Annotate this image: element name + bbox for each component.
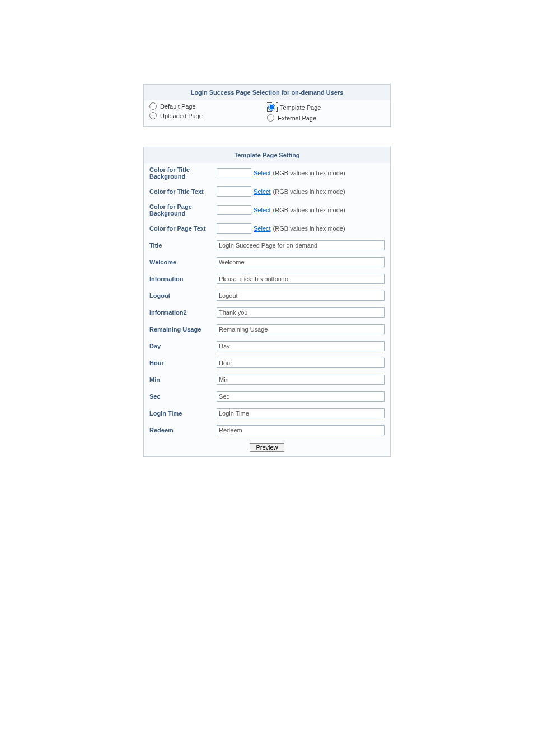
- input-day[interactable]: [217, 341, 385, 351]
- row-welcome: Welcome: [144, 254, 390, 270]
- radio-external-label: External Page: [278, 115, 316, 122]
- input-min[interactable]: [217, 375, 385, 385]
- row-color-title-text: Color for Title Text Select (RGB values …: [144, 183, 390, 200]
- hint-page-text: (RGB values in hex mode): [273, 225, 345, 232]
- swatch-page-bg[interactable]: [217, 205, 251, 215]
- label-login-time: Login Time: [149, 410, 217, 417]
- radio-uploaded-input[interactable]: [149, 112, 157, 119]
- input-login-time[interactable]: [217, 408, 385, 418]
- radio-default-input[interactable]: [149, 102, 157, 110]
- label-logout: Logout: [149, 292, 217, 299]
- input-sec[interactable]: [217, 391, 385, 402]
- select-link-page-bg[interactable]: Select: [254, 207, 271, 213]
- radio-default-label: Default Page: [160, 103, 196, 110]
- select-link-title-bg[interactable]: Select: [254, 170, 271, 176]
- radio-uploaded-page[interactable]: Uploaded Page: [149, 112, 267, 119]
- select-link-title-text[interactable]: Select: [254, 188, 271, 195]
- selection-panel-title: Login Success Page Selection for on-dema…: [144, 85, 390, 100]
- input-remaining-usage[interactable]: [217, 324, 385, 334]
- input-information[interactable]: [217, 274, 385, 284]
- label-sec: Sec: [149, 393, 217, 400]
- input-welcome[interactable]: [217, 257, 385, 267]
- radio-uploaded-label: Uploaded Page: [160, 113, 203, 119]
- row-color-title-bg: Color for Title Background Select (RGB v…: [144, 163, 390, 183]
- row-redeem: Redeem: [144, 422, 390, 438]
- swatch-title-text[interactable]: [217, 186, 251, 197]
- row-sec: Sec: [144, 388, 390, 405]
- input-hour[interactable]: [217, 358, 385, 368]
- row-logout: Logout: [144, 287, 390, 304]
- label-welcome: Welcome: [149, 259, 217, 265]
- input-redeem[interactable]: [217, 425, 385, 435]
- radio-default-page[interactable]: Default Page: [149, 102, 267, 110]
- preview-button[interactable]: Preview: [250, 443, 284, 452]
- radio-template-input[interactable]: [268, 104, 275, 111]
- row-day: Day: [144, 338, 390, 354]
- radio-external-input[interactable]: [267, 114, 274, 122]
- hint-page-bg: (RGB values in hex mode): [273, 207, 345, 213]
- radio-external-page[interactable]: External Page: [267, 114, 385, 122]
- hint-title-text: (RGB values in hex mode): [273, 188, 345, 195]
- select-link-page-text[interactable]: Select: [254, 225, 271, 232]
- row-min: Min: [144, 371, 390, 388]
- row-login-time: Login Time: [144, 405, 390, 422]
- label-color-page-text: Color for Page Text: [149, 225, 217, 232]
- label-color-page-bg: Color for Page Background: [149, 203, 217, 217]
- radio-grid: Default Page Uploaded Page Template Page…: [144, 100, 390, 126]
- row-information2: Information2: [144, 304, 390, 321]
- hint-title-bg: (RGB values in hex mode): [273, 170, 345, 176]
- row-color-page-text: Color for Page Text Select (RGB values i…: [144, 220, 390, 237]
- radio-template-label: Template Page: [280, 104, 321, 111]
- swatch-page-text[interactable]: [217, 223, 251, 234]
- row-information: Information: [144, 270, 390, 287]
- input-title[interactable]: [217, 240, 385, 250]
- label-redeem: Redeem: [149, 427, 217, 433]
- selection-panel: Login Success Page Selection for on-dema…: [143, 84, 391, 127]
- input-logout[interactable]: [217, 291, 385, 301]
- label-hour: Hour: [149, 360, 217, 366]
- row-remaining-usage: Remaining Usage: [144, 321, 390, 338]
- label-title: Title: [149, 242, 217, 249]
- radio-template-page[interactable]: Template Page: [267, 102, 385, 112]
- input-information2[interactable]: [217, 307, 385, 318]
- preview-row: Preview: [144, 438, 390, 456]
- label-information: Information: [149, 276, 217, 282]
- label-information2: Information2: [149, 309, 217, 316]
- label-min: Min: [149, 376, 217, 383]
- template-panel-title: Template Page Setting: [144, 147, 390, 163]
- row-color-page-bg: Color for Page Background Select (RGB va…: [144, 200, 390, 220]
- label-color-title-bg: Color for Title Background: [149, 166, 217, 180]
- label-remaining-usage: Remaining Usage: [149, 326, 217, 333]
- row-hour: Hour: [144, 354, 390, 371]
- template-settings-panel: Template Page Setting Color for Title Ba…: [143, 147, 391, 457]
- label-day: Day: [149, 343, 217, 349]
- label-color-title-text: Color for Title Text: [149, 188, 217, 195]
- row-title: Title: [144, 237, 390, 254]
- swatch-title-bg[interactable]: [217, 168, 251, 178]
